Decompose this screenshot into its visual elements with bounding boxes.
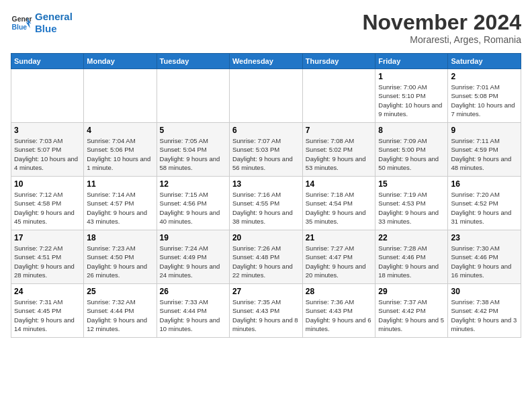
- calendar-cell: 21Sunrise: 7:27 AM Sunset: 4:47 PM Dayli…: [302, 230, 375, 284]
- day-info: Sunrise: 7:01 AM Sunset: 5:08 PM Dayligh…: [451, 83, 518, 118]
- day-info: Sunrise: 7:03 AM Sunset: 5:07 PM Dayligh…: [14, 136, 81, 172]
- calendar-cell: 22Sunrise: 7:28 AM Sunset: 4:46 PM Dayli…: [375, 230, 448, 284]
- calendar-cell: 11Sunrise: 7:14 AM Sunset: 4:57 PM Dayli…: [84, 177, 157, 230]
- day-number: 12: [160, 179, 226, 189]
- calendar-cell: 30Sunrise: 7:38 AM Sunset: 4:42 PM Dayli…: [448, 284, 521, 338]
- day-number: 15: [378, 179, 445, 189]
- calendar-cell: 16Sunrise: 7:20 AM Sunset: 4:52 PM Dayli…: [448, 177, 521, 230]
- day-number: 18: [87, 233, 153, 242]
- calendar-table: SundayMondayTuesdayWednesdayThursdayFrid…: [11, 53, 521, 338]
- calendar-cell: 6Sunrise: 7:07 AM Sunset: 5:03 PM Daylig…: [229, 123, 302, 177]
- day-info: Sunrise: 7:20 AM Sunset: 4:52 PM Dayligh…: [451, 190, 518, 226]
- day-info: Sunrise: 7:32 AM Sunset: 4:44 PM Dayligh…: [87, 298, 153, 333]
- day-number: 21: [306, 233, 373, 242]
- day-number: 19: [160, 233, 226, 242]
- calendar-cell: 4Sunrise: 7:04 AM Sunset: 5:06 PM Daylig…: [84, 123, 157, 177]
- column-header-saturday: Saturday: [448, 54, 521, 69]
- calendar-cell: 24Sunrise: 7:31 AM Sunset: 4:45 PM Dayli…: [11, 284, 84, 338]
- day-number: 13: [232, 179, 300, 189]
- day-info: Sunrise: 7:09 AM Sunset: 5:00 PM Dayligh…: [378, 136, 445, 172]
- title-block: November 2024 Moraresti, Arges, Romania: [362, 11, 521, 45]
- calendar-cell: 28Sunrise: 7:36 AM Sunset: 4:43 PM Dayli…: [302, 284, 375, 338]
- column-header-friday: Friday: [375, 54, 448, 69]
- day-info: Sunrise: 7:35 AM Sunset: 4:43 PM Dayligh…: [232, 298, 300, 333]
- day-info: Sunrise: 7:05 AM Sunset: 5:04 PM Dayligh…: [160, 136, 226, 172]
- day-number: 20: [232, 233, 300, 242]
- calendar-week-row: 17Sunrise: 7:22 AM Sunset: 4:51 PM Dayli…: [11, 230, 521, 284]
- day-number: 1: [378, 72, 445, 81]
- calendar-cell: 3Sunrise: 7:03 AM Sunset: 5:07 PM Daylig…: [11, 123, 84, 177]
- day-number: 29: [378, 287, 445, 296]
- calendar-cell: 17Sunrise: 7:22 AM Sunset: 4:51 PM Dayli…: [11, 230, 84, 284]
- column-header-thursday: Thursday: [302, 54, 375, 69]
- logo: General Blue General Blue: [11, 11, 73, 35]
- calendar-cell: 1Sunrise: 7:00 AM Sunset: 5:10 PM Daylig…: [375, 69, 448, 123]
- calendar-cell: 18Sunrise: 7:23 AM Sunset: 4:50 PM Dayli…: [84, 230, 157, 284]
- day-info: Sunrise: 7:18 AM Sunset: 4:54 PM Dayligh…: [306, 190, 373, 226]
- calendar-header-row: SundayMondayTuesdayWednesdayThursdayFrid…: [11, 54, 521, 69]
- day-info: Sunrise: 7:24 AM Sunset: 4:49 PM Dayligh…: [160, 244, 226, 279]
- day-info: Sunrise: 7:11 AM Sunset: 4:59 PM Dayligh…: [451, 136, 518, 172]
- calendar-week-row: 1Sunrise: 7:00 AM Sunset: 5:10 PM Daylig…: [11, 69, 521, 123]
- calendar-cell: [229, 69, 302, 123]
- day-number: 28: [306, 287, 373, 296]
- calendar-cell: 5Sunrise: 7:05 AM Sunset: 5:04 PM Daylig…: [157, 123, 229, 177]
- day-number: 8: [378, 126, 445, 135]
- calendar-cell: [84, 69, 157, 123]
- day-info: Sunrise: 7:15 AM Sunset: 4:56 PM Dayligh…: [160, 190, 226, 226]
- calendar-cell: 27Sunrise: 7:35 AM Sunset: 4:43 PM Dayli…: [229, 284, 302, 338]
- day-info: Sunrise: 7:14 AM Sunset: 4:57 PM Dayligh…: [87, 190, 153, 226]
- calendar-cell: 14Sunrise: 7:18 AM Sunset: 4:54 PM Dayli…: [302, 177, 375, 230]
- day-info: Sunrise: 7:12 AM Sunset: 4:58 PM Dayligh…: [14, 190, 81, 226]
- day-number: 11: [87, 179, 153, 189]
- day-info: Sunrise: 7:08 AM Sunset: 5:02 PM Dayligh…: [306, 136, 373, 172]
- day-info: Sunrise: 7:26 AM Sunset: 4:48 PM Dayligh…: [232, 244, 300, 279]
- column-header-monday: Monday: [84, 54, 157, 69]
- calendar-cell: 8Sunrise: 7:09 AM Sunset: 5:00 PM Daylig…: [375, 123, 448, 177]
- location-subtitle: Moraresti, Arges, Romania: [362, 34, 521, 45]
- day-info: Sunrise: 7:33 AM Sunset: 4:44 PM Dayligh…: [160, 298, 226, 333]
- day-info: Sunrise: 7:00 AM Sunset: 5:10 PM Dayligh…: [378, 83, 445, 118]
- calendar-week-row: 10Sunrise: 7:12 AM Sunset: 4:58 PM Dayli…: [11, 177, 521, 230]
- calendar-cell: 9Sunrise: 7:11 AM Sunset: 4:59 PM Daylig…: [448, 123, 521, 177]
- calendar-week-row: 3Sunrise: 7:03 AM Sunset: 5:07 PM Daylig…: [11, 123, 521, 177]
- day-number: 10: [14, 179, 81, 189]
- day-info: Sunrise: 7:07 AM Sunset: 5:03 PM Dayligh…: [232, 136, 300, 172]
- calendar-cell: 25Sunrise: 7:32 AM Sunset: 4:44 PM Dayli…: [84, 284, 157, 338]
- day-info: Sunrise: 7:04 AM Sunset: 5:06 PM Dayligh…: [87, 136, 153, 172]
- calendar-cell: 26Sunrise: 7:33 AM Sunset: 4:44 PM Dayli…: [157, 284, 229, 338]
- svg-text:Blue: Blue: [12, 24, 28, 31]
- day-number: 5: [160, 126, 226, 135]
- calendar-cell: 15Sunrise: 7:19 AM Sunset: 4:53 PM Dayli…: [375, 177, 448, 230]
- day-number: 25: [87, 287, 153, 296]
- calendar-cell: 12Sunrise: 7:15 AM Sunset: 4:56 PM Dayli…: [157, 177, 229, 230]
- day-number: 2: [451, 72, 518, 81]
- day-info: Sunrise: 7:30 AM Sunset: 4:46 PM Dayligh…: [451, 244, 518, 279]
- day-number: 27: [232, 287, 300, 296]
- day-number: 7: [306, 126, 373, 135]
- calendar-cell: [302, 69, 375, 123]
- day-info: Sunrise: 7:28 AM Sunset: 4:46 PM Dayligh…: [378, 244, 445, 279]
- month-title: November 2024: [362, 11, 521, 34]
- day-number: 14: [306, 179, 373, 189]
- day-number: 17: [14, 233, 81, 242]
- day-info: Sunrise: 7:31 AM Sunset: 4:45 PM Dayligh…: [14, 298, 81, 333]
- day-number: 24: [14, 287, 81, 296]
- day-number: 26: [160, 287, 226, 296]
- day-info: Sunrise: 7:19 AM Sunset: 4:53 PM Dayligh…: [378, 190, 445, 226]
- calendar-cell: 19Sunrise: 7:24 AM Sunset: 4:49 PM Dayli…: [157, 230, 229, 284]
- calendar-cell: [157, 69, 229, 123]
- calendar-cell: 23Sunrise: 7:30 AM Sunset: 4:46 PM Dayli…: [448, 230, 521, 284]
- day-number: 9: [451, 126, 518, 135]
- day-number: 6: [232, 126, 300, 135]
- calendar-week-row: 24Sunrise: 7:31 AM Sunset: 4:45 PM Dayli…: [11, 284, 521, 338]
- column-header-sunday: Sunday: [11, 54, 84, 69]
- calendar-cell: 2Sunrise: 7:01 AM Sunset: 5:08 PM Daylig…: [448, 69, 521, 123]
- column-header-wednesday: Wednesday: [229, 54, 302, 69]
- calendar-cell: 13Sunrise: 7:16 AM Sunset: 4:55 PM Dayli…: [229, 177, 302, 230]
- day-number: 4: [87, 126, 153, 135]
- day-info: Sunrise: 7:16 AM Sunset: 4:55 PM Dayligh…: [232, 190, 300, 226]
- day-number: 22: [378, 233, 445, 242]
- calendar-cell: 29Sunrise: 7:37 AM Sunset: 4:42 PM Dayli…: [375, 284, 448, 338]
- day-info: Sunrise: 7:27 AM Sunset: 4:47 PM Dayligh…: [306, 244, 373, 279]
